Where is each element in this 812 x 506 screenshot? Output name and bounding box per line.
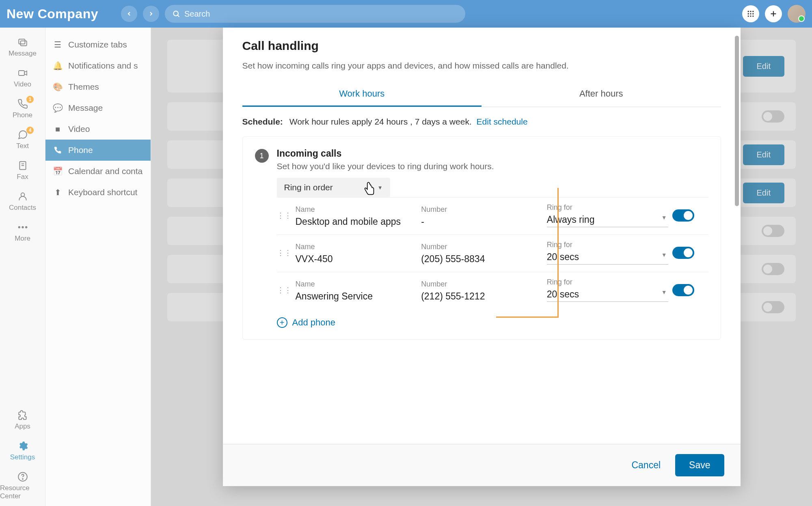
plus-circle-icon: + — [277, 317, 287, 328]
settings-notifications[interactable]: 🔔 Notifications and s — [45, 55, 151, 76]
main-area: Message Video Phone 1 Text 4 Fax — [0, 28, 812, 506]
name-header: Name — [296, 280, 417, 289]
modal-overlay: Call handling Set how incoming calls rin… — [151, 28, 812, 506]
modal-scrollbar[interactable] — [735, 36, 739, 206]
search-box[interactable] — [165, 5, 465, 23]
svg-point-2 — [748, 11, 749, 12]
cancel-button[interactable]: Cancel — [631, 460, 661, 471]
drag-handle-icon[interactable]: ⋮⋮ — [277, 248, 292, 257]
settings-video[interactable]: ■ Video — [45, 118, 151, 140]
rail-text[interactable]: Text 4 — [0, 125, 45, 156]
ring-mode-value: Ring in order — [284, 183, 333, 192]
rail-message[interactable]: Message — [0, 32, 45, 63]
chevron-down-icon: ▼ — [661, 252, 667, 263]
rail-resource-center[interactable]: Resource Center — [0, 467, 45, 506]
settings-phone[interactable]: Phone — [45, 140, 151, 161]
settings-themes[interactable]: 🎨 Themes — [45, 76, 151, 97]
drag-handle-icon[interactable]: ⋮⋮ — [277, 211, 292, 220]
palette-icon: 🎨 — [53, 82, 63, 92]
svg-point-0 — [173, 11, 178, 16]
user-avatar[interactable] — [788, 5, 806, 23]
number-header: Number — [421, 243, 543, 251]
ringfor-header: Ring for — [547, 241, 669, 249]
add-button[interactable] — [765, 5, 782, 22]
ring-for-select[interactable]: 20 secs ▼ — [547, 252, 669, 265]
save-button[interactable]: Save — [675, 454, 724, 476]
calendar-icon: 📅 — [53, 166, 63, 176]
rail-phone[interactable]: Phone 1 — [0, 94, 45, 125]
svg-point-21 — [18, 226, 20, 228]
add-phone-button[interactable]: + Add phone — [277, 317, 708, 328]
device-number: (205) 555-8834 — [421, 254, 543, 265]
device-row: ⋮⋮ Name VVX-450 Number (205) 555-8834 — [277, 235, 708, 272]
ring-for-select[interactable]: 20 secs ▼ — [547, 289, 669, 302]
step-number: 1 — [255, 149, 269, 163]
chevron-down-icon: ▼ — [661, 214, 667, 225]
ring-for-select[interactable]: Always ring ▼ — [547, 214, 669, 227]
rail-video[interactable]: Video — [0, 63, 45, 94]
left-rail: Message Video Phone 1 Text 4 Fax — [0, 28, 45, 506]
search-input[interactable] — [184, 9, 458, 19]
settings-calendar[interactable]: 📅 Calendar and conta — [45, 161, 151, 182]
svg-point-10 — [752, 15, 754, 17]
more-icon — [17, 222, 28, 233]
device-number: (212) 555-1212 — [421, 291, 543, 302]
device-name: Answering Service — [296, 291, 417, 302]
rail-contacts[interactable]: Contacts — [0, 187, 45, 217]
svg-point-3 — [750, 11, 751, 12]
rail-settings[interactable]: Settings — [0, 436, 45, 467]
rail-fax[interactable]: Fax — [0, 156, 45, 187]
svg-rect-13 — [19, 39, 25, 44]
schedule-label: Schedule: — [242, 117, 283, 126]
dialpad-button[interactable] — [742, 5, 759, 22]
settings-list: ☰ Customize tabs 🔔 Notifications and s 🎨… — [45, 28, 151, 506]
device-toggle[interactable] — [672, 284, 694, 296]
modal-footer: Cancel Save — [223, 444, 741, 486]
svg-point-7 — [752, 13, 754, 14]
name-header: Name — [296, 243, 417, 251]
phone-icon — [53, 146, 63, 154]
gear-icon — [17, 440, 28, 452]
fax-icon — [17, 160, 28, 171]
number-header: Number — [421, 280, 543, 289]
schedule-text: Work hour rules apply 24 hours , 7 days … — [289, 117, 472, 126]
device-toggle[interactable] — [672, 247, 694, 259]
device-name: Desktop and mobile apps — [296, 216, 417, 227]
text-badge: 4 — [26, 127, 34, 134]
chevron-down-icon: ▼ — [378, 185, 383, 191]
device-name: VVX-450 — [296, 254, 417, 265]
chevron-down-icon: ▼ — [661, 289, 667, 300]
message-icon — [17, 37, 29, 48]
plus-icon — [769, 9, 778, 18]
bell-icon: 🔔 — [53, 61, 63, 71]
nav-back-button[interactable] — [121, 6, 137, 22]
rail-apps[interactable]: Apps — [0, 405, 45, 436]
svg-point-8 — [748, 15, 749, 17]
svg-point-22 — [22, 226, 24, 228]
video-icon: ■ — [53, 125, 63, 134]
nav-forward-button[interactable] — [143, 6, 159, 22]
settings-keyboard[interactable]: ⬆ Keyboard shortcut — [45, 182, 151, 203]
svg-point-5 — [748, 13, 749, 14]
top-bar: New Company — [0, 0, 812, 28]
modal-title: Call handling — [242, 39, 721, 53]
device-toggle[interactable] — [672, 209, 694, 222]
edit-schedule-link[interactable]: Edit schedule — [477, 117, 528, 126]
section-title: Incoming calls — [277, 148, 494, 159]
drag-handle-icon[interactable]: ⋮⋮ — [277, 286, 292, 295]
svg-point-20 — [21, 193, 24, 196]
tab-work-hours[interactable]: Work hours — [242, 82, 482, 107]
section-subtitle: Set how you'd like your devices to ring … — [277, 161, 494, 171]
tab-after-hours[interactable]: After hours — [482, 82, 721, 107]
content-area: Edit Edit Edit — [151, 28, 812, 506]
device-row: ⋮⋮ Name Answering Service Number (212) 5… — [277, 272, 708, 309]
rail-more[interactable]: More — [0, 217, 45, 248]
company-name: New Company — [6, 6, 98, 22]
ring-mode-select[interactable]: Ring in order ▼ — [277, 178, 390, 197]
svg-rect-14 — [20, 41, 26, 46]
device-number: - — [421, 216, 543, 227]
settings-customize-tabs[interactable]: ☰ Customize tabs — [45, 34, 151, 55]
settings-message[interactable]: 💬 Message — [45, 97, 151, 118]
help-icon — [17, 471, 28, 482]
puzzle-icon — [17, 409, 28, 421]
